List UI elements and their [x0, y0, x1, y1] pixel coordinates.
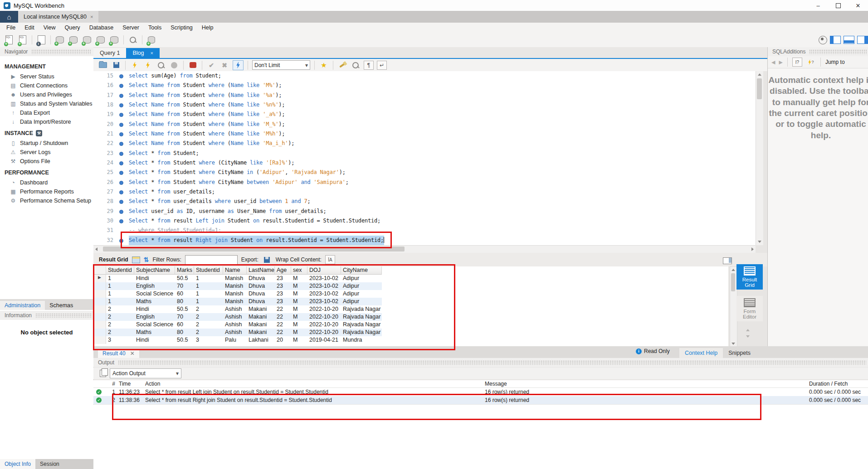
- stop-icon[interactable]: [169, 61, 179, 70]
- grid-cell[interactable]: 23: [275, 275, 291, 282]
- grid-cell[interactable]: 1: [106, 290, 134, 298]
- connection-tab[interactable]: Local instance MySQL80 ×: [18, 11, 98, 23]
- grid-cell[interactable]: English: [134, 282, 175, 290]
- grid-col-age[interactable]: Age: [275, 266, 291, 275]
- table-row[interactable]: 2Social Science602AshishMakani22M2022-10…: [93, 321, 728, 329]
- home-button[interactable]: ⌂: [0, 11, 18, 23]
- new-sql-tab-icon[interactable]: SQL: [4, 34, 15, 45]
- grid-cell[interactable]: Mundra: [341, 336, 382, 344]
- grid-cell[interactable]: 3: [194, 336, 223, 344]
- grid-col-sex[interactable]: sex: [291, 266, 307, 275]
- grid-cell[interactable]: 23: [275, 298, 291, 305]
- code-text[interactable]: select sum(Age) from Student;: [129, 71, 221, 81]
- menu-help[interactable]: Help: [197, 24, 218, 31]
- grid-cell[interactable]: 2: [106, 321, 134, 329]
- code-text[interactable]: Select * from Student where CityName in …: [129, 168, 346, 177]
- grid-cell[interactable]: Social Science: [134, 290, 175, 298]
- grid-col-cityname[interactable]: CityName: [341, 266, 382, 275]
- open-sql-script-icon[interactable]: SQL: [17, 34, 28, 45]
- grid-cell[interactable]: 22: [275, 321, 291, 329]
- close-button[interactable]: ✕: [848, 0, 868, 11]
- editor-vscrollbar[interactable]: [756, 71, 763, 245]
- grid-cell[interactable]: Ashish: [223, 329, 247, 336]
- grid-cell[interactable]: Manish: [223, 275, 247, 282]
- grid-cell[interactable]: Ashish: [223, 321, 247, 329]
- explain-icon[interactable]: [156, 61, 166, 70]
- sidebar-item-data-import[interactable]: ↓Data Import/Restore: [5, 117, 93, 126]
- grid-cell[interactable]: Rajvada Nagar: [341, 329, 382, 336]
- output-row[interactable]: ✓111:36:23Select * from result Left join…: [93, 388, 868, 396]
- grid-cell[interactable]: Makani: [247, 329, 275, 336]
- result-tab[interactable]: Result 40 ✕: [98, 349, 139, 358]
- sidebar-item-status-variables[interactable]: ▥Status and System Variables: [5, 99, 93, 108]
- output-mode-select[interactable]: Action Output▾: [110, 368, 181, 378]
- table-row[interactable]: 2Maths802AshishMakani22M2022-10-20Rajvad…: [93, 329, 728, 336]
- reconnect-db-icon[interactable]: [146, 34, 157, 45]
- code-text[interactable]: Select user_id as ID, username as User_N…: [129, 207, 327, 216]
- sidebar-item-performance-schema[interactable]: ⚙Performance Schema Setup: [5, 196, 93, 205]
- export-icon[interactable]: [262, 255, 272, 264]
- grid-cell[interactable]: 1: [106, 275, 134, 282]
- grid-cell[interactable]: 2: [194, 321, 223, 329]
- menu-server[interactable]: Server: [118, 24, 144, 31]
- save-snippet-icon[interactable]: ★: [319, 61, 329, 70]
- grid-cell[interactable]: M: [291, 329, 307, 336]
- grid-cell[interactable]: M: [291, 298, 307, 305]
- menu-scripting[interactable]: Scripting: [166, 24, 197, 31]
- sidebar-item-server-status[interactable]: ▶Server Status: [5, 72, 93, 81]
- code-text[interactable]: Select Name from Student where (Name lik…: [129, 139, 294, 148]
- grid-cell[interactable]: 22: [275, 305, 291, 313]
- grid-cell[interactable]: M: [291, 321, 307, 329]
- context-help-caret-icon[interactable]: I?: [792, 58, 802, 67]
- grid-cell[interactable]: 2: [194, 305, 223, 313]
- minimize-button[interactable]: –: [808, 0, 828, 11]
- grid-cell[interactable]: Manish: [223, 290, 247, 298]
- search-data-icon[interactable]: [127, 34, 138, 45]
- grid-cell[interactable]: Dhuva: [247, 298, 275, 305]
- grid-col-subjectname[interactable]: SubjectName: [134, 266, 175, 275]
- grid-cell[interactable]: 22: [275, 329, 291, 336]
- grid-cell[interactable]: Hindi: [134, 275, 175, 282]
- grid-cell[interactable]: 22: [275, 313, 291, 321]
- commit-icon[interactable]: ✔: [206, 61, 216, 70]
- editor-hscrollbar[interactable]: [93, 245, 756, 253]
- grid-cell[interactable]: 1: [106, 298, 134, 305]
- grid-cell[interactable]: 50.5: [175, 275, 194, 282]
- grid-cell[interactable]: Dhuva: [247, 275, 275, 282]
- grid-cell[interactable]: M: [291, 282, 307, 290]
- grid-cell[interactable]: 2022-10-20: [307, 321, 341, 329]
- grid-cell[interactable]: Maths: [134, 329, 175, 336]
- menu-file[interactable]: File: [2, 24, 20, 31]
- code-text[interactable]: Select Name from Student where (Name lik…: [129, 81, 282, 90]
- grid-cell[interactable]: Palu: [223, 336, 247, 344]
- side-tab-form-editor[interactable]: FormEditor: [736, 296, 763, 321]
- grid-cell[interactable]: Rajvada Nagar: [341, 305, 382, 313]
- word-wrap-icon[interactable]: ↵: [377, 61, 387, 70]
- grid-cell[interactable]: 2023-10-02: [307, 290, 341, 298]
- grid-cell[interactable]: 80: [175, 329, 194, 336]
- execute-icon[interactable]: [130, 61, 140, 70]
- jump-to-label[interactable]: Jump to: [825, 59, 845, 65]
- grid-cell[interactable]: 1: [194, 282, 223, 290]
- toggle-secondary-sidebar-icon[interactable]: [857, 36, 868, 44]
- grid-cell[interactable]: 3: [106, 336, 134, 344]
- grid-cell[interactable]: Adipur: [341, 298, 382, 305]
- code-text[interactable]: Select * from Student;: [129, 149, 199, 158]
- grid-cell[interactable]: 1: [106, 282, 134, 290]
- sidebar-item-options-file[interactable]: ⚒Options File: [5, 157, 93, 166]
- side-tab-result-grid[interactable]: ResultGrid: [736, 264, 763, 290]
- create-procedure-icon[interactable]: [95, 34, 106, 45]
- sidebar-item-client-connections[interactable]: ▤Client Connections: [5, 81, 93, 90]
- grid-cell[interactable]: Adipur: [341, 282, 382, 290]
- sidebar-item-dashboard[interactable]: ◔Dashboard: [5, 178, 93, 187]
- help-back-icon[interactable]: ◀: [771, 59, 775, 65]
- grid-cell[interactable]: 50.5: [175, 336, 194, 344]
- collapse-grid-panel-icon[interactable]: [723, 257, 732, 264]
- sidebar-item-users-privileges[interactable]: ☻Users and Privileges: [5, 90, 93, 99]
- table-row[interactable]: 1Social Science601ManishDhuva23M2023-10-…: [93, 290, 728, 298]
- create-function-icon[interactable]: [109, 34, 120, 45]
- table-row[interactable]: 3Hindi50.53PaluLakhani20M2019-04-21Mundr…: [93, 336, 728, 344]
- grid-cell[interactable]: Dhuva: [247, 282, 275, 290]
- code-text[interactable]: Select * from result Left join Student o…: [129, 216, 380, 226]
- grid-cell[interactable]: 2: [106, 329, 134, 336]
